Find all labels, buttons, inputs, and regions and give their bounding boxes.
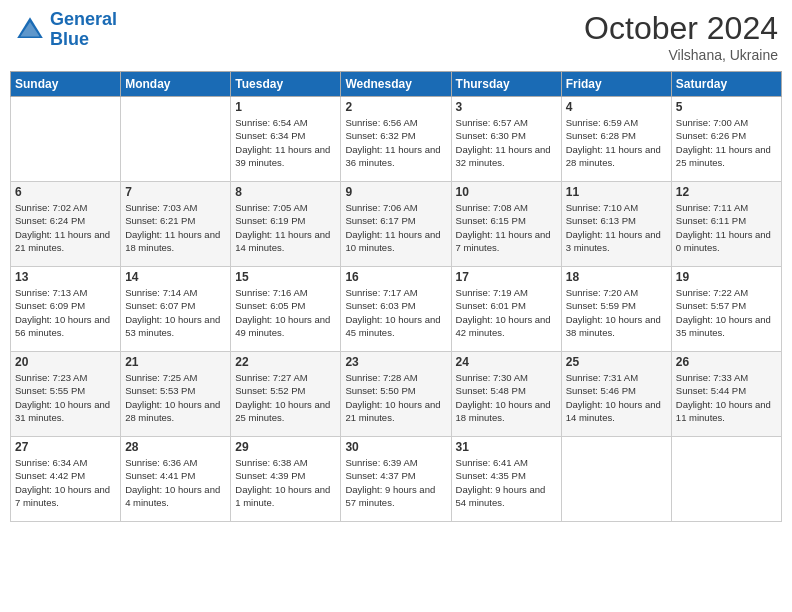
header-tuesday: Tuesday xyxy=(231,72,341,97)
day-number: 27 xyxy=(15,440,116,454)
day-number: 7 xyxy=(125,185,226,199)
day-cell: 23 Sunrise: 7:28 AM Sunset: 5:50 PM Dayl… xyxy=(341,352,451,437)
day-cell: 8 Sunrise: 7:05 AM Sunset: 6:19 PM Dayli… xyxy=(231,182,341,267)
day-number: 28 xyxy=(125,440,226,454)
day-number: 21 xyxy=(125,355,226,369)
day-cell: 7 Sunrise: 7:03 AM Sunset: 6:21 PM Dayli… xyxy=(121,182,231,267)
day-cell: 13 Sunrise: 7:13 AM Sunset: 6:09 PM Dayl… xyxy=(11,267,121,352)
day-cell: 30 Sunrise: 6:39 AM Sunset: 4:37 PM Dayl… xyxy=(341,437,451,522)
day-cell: 18 Sunrise: 7:20 AM Sunset: 5:59 PM Dayl… xyxy=(561,267,671,352)
week-row-5: 27 Sunrise: 6:34 AM Sunset: 4:42 PM Dayl… xyxy=(11,437,782,522)
day-info: Sunrise: 7:16 AM Sunset: 6:05 PM Dayligh… xyxy=(235,286,336,339)
day-info: Sunrise: 6:41 AM Sunset: 4:35 PM Dayligh… xyxy=(456,456,557,509)
day-info: Sunrise: 7:20 AM Sunset: 5:59 PM Dayligh… xyxy=(566,286,667,339)
logo: General Blue xyxy=(14,10,117,50)
day-cell: 25 Sunrise: 7:31 AM Sunset: 5:46 PM Dayl… xyxy=(561,352,671,437)
day-info: Sunrise: 7:02 AM Sunset: 6:24 PM Dayligh… xyxy=(15,201,116,254)
day-number: 31 xyxy=(456,440,557,454)
day-cell: 21 Sunrise: 7:25 AM Sunset: 5:53 PM Dayl… xyxy=(121,352,231,437)
day-cell: 12 Sunrise: 7:11 AM Sunset: 6:11 PM Dayl… xyxy=(671,182,781,267)
day-number: 23 xyxy=(345,355,446,369)
day-info: Sunrise: 6:34 AM Sunset: 4:42 PM Dayligh… xyxy=(15,456,116,509)
day-number: 5 xyxy=(676,100,777,114)
day-number: 20 xyxy=(15,355,116,369)
day-number: 19 xyxy=(676,270,777,284)
day-number: 17 xyxy=(456,270,557,284)
day-number: 26 xyxy=(676,355,777,369)
day-number: 25 xyxy=(566,355,667,369)
day-cell: 27 Sunrise: 6:34 AM Sunset: 4:42 PM Dayl… xyxy=(11,437,121,522)
day-info: Sunrise: 7:03 AM Sunset: 6:21 PM Dayligh… xyxy=(125,201,226,254)
day-info: Sunrise: 7:00 AM Sunset: 6:26 PM Dayligh… xyxy=(676,116,777,169)
day-info: Sunrise: 7:30 AM Sunset: 5:48 PM Dayligh… xyxy=(456,371,557,424)
day-info: Sunrise: 7:06 AM Sunset: 6:17 PM Dayligh… xyxy=(345,201,446,254)
day-info: Sunrise: 7:27 AM Sunset: 5:52 PM Dayligh… xyxy=(235,371,336,424)
calendar-header: Sunday Monday Tuesday Wednesday Thursday… xyxy=(11,72,782,97)
day-number: 12 xyxy=(676,185,777,199)
day-cell: 3 Sunrise: 6:57 AM Sunset: 6:30 PM Dayli… xyxy=(451,97,561,182)
day-cell: 17 Sunrise: 7:19 AM Sunset: 6:01 PM Dayl… xyxy=(451,267,561,352)
header-saturday: Saturday xyxy=(671,72,781,97)
day-cell xyxy=(11,97,121,182)
day-cell: 15 Sunrise: 7:16 AM Sunset: 6:05 PM Dayl… xyxy=(231,267,341,352)
month-title: October 2024 xyxy=(584,10,778,47)
day-cell: 29 Sunrise: 6:38 AM Sunset: 4:39 PM Dayl… xyxy=(231,437,341,522)
day-info: Sunrise: 6:57 AM Sunset: 6:30 PM Dayligh… xyxy=(456,116,557,169)
day-info: Sunrise: 6:59 AM Sunset: 6:28 PM Dayligh… xyxy=(566,116,667,169)
day-info: Sunrise: 6:38 AM Sunset: 4:39 PM Dayligh… xyxy=(235,456,336,509)
day-info: Sunrise: 7:19 AM Sunset: 6:01 PM Dayligh… xyxy=(456,286,557,339)
day-info: Sunrise: 7:05 AM Sunset: 6:19 PM Dayligh… xyxy=(235,201,336,254)
day-info: Sunrise: 7:22 AM Sunset: 5:57 PM Dayligh… xyxy=(676,286,777,339)
day-cell: 22 Sunrise: 7:27 AM Sunset: 5:52 PM Dayl… xyxy=(231,352,341,437)
day-cell: 16 Sunrise: 7:17 AM Sunset: 6:03 PM Dayl… xyxy=(341,267,451,352)
day-info: Sunrise: 7:13 AM Sunset: 6:09 PM Dayligh… xyxy=(15,286,116,339)
day-number: 30 xyxy=(345,440,446,454)
day-info: Sunrise: 7:10 AM Sunset: 6:13 PM Dayligh… xyxy=(566,201,667,254)
day-number: 24 xyxy=(456,355,557,369)
day-number: 29 xyxy=(235,440,336,454)
day-number: 18 xyxy=(566,270,667,284)
day-number: 11 xyxy=(566,185,667,199)
day-number: 6 xyxy=(15,185,116,199)
day-cell: 2 Sunrise: 6:56 AM Sunset: 6:32 PM Dayli… xyxy=(341,97,451,182)
day-number: 4 xyxy=(566,100,667,114)
day-number: 15 xyxy=(235,270,336,284)
title-block: October 2024 Vilshana, Ukraine xyxy=(584,10,778,63)
day-info: Sunrise: 7:31 AM Sunset: 5:46 PM Dayligh… xyxy=(566,371,667,424)
day-number: 14 xyxy=(125,270,226,284)
day-number: 16 xyxy=(345,270,446,284)
calendar-body: 1 Sunrise: 6:54 AM Sunset: 6:34 PM Dayli… xyxy=(11,97,782,522)
day-number: 8 xyxy=(235,185,336,199)
week-row-4: 20 Sunrise: 7:23 AM Sunset: 5:55 PM Dayl… xyxy=(11,352,782,437)
day-cell: 10 Sunrise: 7:08 AM Sunset: 6:15 PM Dayl… xyxy=(451,182,561,267)
day-info: Sunrise: 7:17 AM Sunset: 6:03 PM Dayligh… xyxy=(345,286,446,339)
header-wednesday: Wednesday xyxy=(341,72,451,97)
day-number: 10 xyxy=(456,185,557,199)
logo-text: General Blue xyxy=(50,10,117,50)
day-info: Sunrise: 6:54 AM Sunset: 6:34 PM Dayligh… xyxy=(235,116,336,169)
week-row-3: 13 Sunrise: 7:13 AM Sunset: 6:09 PM Dayl… xyxy=(11,267,782,352)
day-cell: 19 Sunrise: 7:22 AM Sunset: 5:57 PM Dayl… xyxy=(671,267,781,352)
day-number: 3 xyxy=(456,100,557,114)
day-cell: 20 Sunrise: 7:23 AM Sunset: 5:55 PM Dayl… xyxy=(11,352,121,437)
page-header: General Blue October 2024 Vilshana, Ukra… xyxy=(10,10,782,63)
day-info: Sunrise: 6:36 AM Sunset: 4:41 PM Dayligh… xyxy=(125,456,226,509)
day-number: 22 xyxy=(235,355,336,369)
day-info: Sunrise: 7:23 AM Sunset: 5:55 PM Dayligh… xyxy=(15,371,116,424)
day-info: Sunrise: 6:39 AM Sunset: 4:37 PM Dayligh… xyxy=(345,456,446,509)
day-cell: 9 Sunrise: 7:06 AM Sunset: 6:17 PM Dayli… xyxy=(341,182,451,267)
week-row-2: 6 Sunrise: 7:02 AM Sunset: 6:24 PM Dayli… xyxy=(11,182,782,267)
header-thursday: Thursday xyxy=(451,72,561,97)
day-info: Sunrise: 7:14 AM Sunset: 6:07 PM Dayligh… xyxy=(125,286,226,339)
calendar-table: Sunday Monday Tuesday Wednesday Thursday… xyxy=(10,71,782,522)
day-cell: 11 Sunrise: 7:10 AM Sunset: 6:13 PM Dayl… xyxy=(561,182,671,267)
day-cell: 28 Sunrise: 6:36 AM Sunset: 4:41 PM Dayl… xyxy=(121,437,231,522)
day-cell: 5 Sunrise: 7:00 AM Sunset: 6:26 PM Dayli… xyxy=(671,97,781,182)
day-info: Sunrise: 7:25 AM Sunset: 5:53 PM Dayligh… xyxy=(125,371,226,424)
day-number: 1 xyxy=(235,100,336,114)
day-info: Sunrise: 7:33 AM Sunset: 5:44 PM Dayligh… xyxy=(676,371,777,424)
day-cell xyxy=(671,437,781,522)
day-number: 13 xyxy=(15,270,116,284)
day-info: Sunrise: 7:28 AM Sunset: 5:50 PM Dayligh… xyxy=(345,371,446,424)
day-cell: 4 Sunrise: 6:59 AM Sunset: 6:28 PM Dayli… xyxy=(561,97,671,182)
